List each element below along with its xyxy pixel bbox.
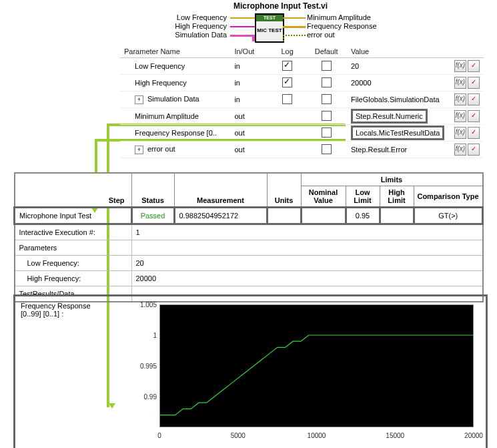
param-value[interactable]: Step.Result.Numeric bbox=[347, 108, 449, 125]
param-value[interactable]: Step.Result.Error bbox=[347, 142, 449, 158]
default-checkbox[interactable] bbox=[322, 111, 332, 121]
wire-line-freq-resp bbox=[283, 26, 306, 28]
results-header-units: Units bbox=[267, 173, 301, 208]
result-label: Low Frequency: bbox=[15, 256, 132, 271]
param-value-box[interactable]: Step.Result.Numeric bbox=[351, 109, 428, 124]
wire-line-min-amp bbox=[283, 17, 306, 19]
check-button[interactable]: ✓ bbox=[468, 60, 480, 72]
default-checkbox[interactable] bbox=[322, 61, 332, 71]
results-header-status: Status bbox=[131, 173, 174, 208]
chart-label: Frequency Response [0..99] [0..1] : bbox=[15, 299, 133, 446]
parameter-table: Parameter Name In/Out Log Default Value … bbox=[120, 45, 484, 158]
expand-icon[interactable]: + bbox=[135, 146, 143, 154]
param-header-default: Default bbox=[306, 45, 346, 58]
plot-grid bbox=[159, 304, 474, 427]
result-value: 20000 bbox=[131, 271, 483, 286]
wire-line-sim bbox=[230, 35, 255, 37]
wire-line-error-v bbox=[283, 35, 286, 41]
results-header-comp: Comparison Type bbox=[414, 186, 483, 208]
y-tick: 0.995 bbox=[133, 363, 157, 370]
default-checkbox[interactable] bbox=[322, 77, 332, 87]
result-label: Parameters bbox=[15, 240, 132, 256]
expand-icon[interactable]: + bbox=[135, 95, 143, 104]
param-name: Low Frequency bbox=[120, 58, 230, 75]
wire-left-0: Low Frequency bbox=[177, 13, 227, 21]
wire-line-low-freq bbox=[230, 17, 255, 19]
param-inout: out bbox=[230, 142, 268, 158]
chart-area: Frequency Response [0..99] [0..1] : 1.00… bbox=[13, 294, 488, 448]
param-name: +error out bbox=[120, 142, 230, 158]
step-high-limit bbox=[380, 208, 414, 224]
result-detail-row: Parameters bbox=[15, 240, 483, 256]
vi-title: Microphone Input Test.vi bbox=[233, 1, 328, 11]
fx-button[interactable]: f(x) bbox=[454, 127, 466, 139]
default-checkbox[interactable] bbox=[322, 94, 332, 104]
results-header-nom: Nominal Value bbox=[301, 186, 346, 208]
result-value: 20 bbox=[131, 256, 483, 271]
param-header-name: Parameter Name bbox=[120, 45, 230, 58]
step-status: Passed bbox=[131, 208, 174, 224]
results-step-row[interactable]: Microphone Input Test Passed 0.988250495… bbox=[15, 208, 483, 224]
wire-right-0: Minimum Amplitude bbox=[307, 13, 371, 21]
fx-button[interactable]: f(x) bbox=[454, 93, 466, 105]
param-value[interactable]: 20 bbox=[347, 58, 449, 75]
param-name: High Frequency bbox=[120, 75, 230, 91]
x-tick: 0 bbox=[157, 432, 161, 439]
test-icon-band: TEST bbox=[256, 15, 283, 21]
wire-left-2: Simulation Data bbox=[175, 31, 227, 39]
param-value[interactable]: Locals.MicTestResultData bbox=[347, 125, 449, 142]
param-row[interactable]: Low Frequencyin20f(x)✓ bbox=[120, 58, 484, 75]
check-button[interactable]: ✓ bbox=[468, 127, 480, 139]
param-row[interactable]: Frequency Response [0..outLocals.MicTest… bbox=[120, 125, 484, 142]
fx-button[interactable]: f(x) bbox=[454, 144, 466, 156]
param-inout: in bbox=[230, 58, 268, 75]
fx-button[interactable]: f(x) bbox=[454, 110, 466, 122]
results-header-step: Step bbox=[15, 173, 132, 208]
param-row[interactable]: +error outoutStep.Result.Errorf(x)✓ bbox=[120, 142, 484, 158]
test-icon-text: MIC TEST bbox=[256, 21, 283, 39]
results-header-high: High Limit bbox=[380, 186, 414, 208]
wire-line-sim-v bbox=[252, 35, 255, 41]
param-header-log: Log bbox=[269, 45, 306, 58]
default-checkbox[interactable] bbox=[322, 144, 332, 154]
result-value: 1 bbox=[131, 224, 483, 240]
wire-line-high-freq bbox=[230, 26, 255, 27]
chart-plot[interactable]: 1.00510.9950.99 05000100001500020000 bbox=[133, 299, 479, 446]
param-value[interactable]: 20000 bbox=[347, 75, 449, 91]
param-name: Minimum Amplitude bbox=[120, 108, 230, 125]
result-detail-row: Interactive Execution #:1 bbox=[15, 224, 483, 240]
y-tick: 1.005 bbox=[133, 301, 157, 308]
param-header-inout: In/Out bbox=[230, 45, 268, 58]
result-label: High Frequency: bbox=[15, 271, 132, 286]
step-units bbox=[267, 208, 301, 224]
param-name: +Simulation Data bbox=[120, 91, 230, 108]
log-checkbox[interactable] bbox=[282, 61, 292, 71]
result-detail-row: High Frequency:20000 bbox=[15, 271, 483, 286]
test-icon: TEST MIC TEST bbox=[255, 13, 284, 43]
param-row[interactable]: +Simulation DatainFileGlobals.Simulation… bbox=[120, 91, 484, 108]
param-row[interactable]: High Frequencyin20000f(x)✓ bbox=[120, 75, 484, 91]
param-inout: in bbox=[230, 91, 268, 108]
param-value[interactable]: FileGlobals.SimulationData bbox=[347, 91, 449, 108]
param-row[interactable]: Minimum AmplitudeoutStep.Result.Numericf… bbox=[120, 108, 484, 125]
step-low-limit: 0.95 bbox=[346, 208, 380, 224]
step-measurement: 0.9882504952172 bbox=[174, 208, 267, 224]
fx-button[interactable]: f(x) bbox=[454, 77, 466, 89]
results-header-low: Low Limit bbox=[346, 186, 380, 208]
param-inout: out bbox=[230, 125, 268, 142]
default-checkbox[interactable] bbox=[322, 128, 332, 138]
y-tick: 0.99 bbox=[133, 393, 157, 401]
wire-left-1: High Frequency bbox=[175, 22, 227, 30]
log-checkbox[interactable] bbox=[282, 94, 292, 104]
step-nominal bbox=[301, 208, 346, 224]
check-button[interactable]: ✓ bbox=[468, 93, 480, 105]
x-tick: 5000 bbox=[231, 432, 245, 439]
fx-button[interactable]: f(x) bbox=[454, 60, 466, 72]
param-value-box[interactable]: Locals.MicTestResultData bbox=[351, 126, 445, 140]
param-inout: out bbox=[230, 108, 268, 125]
check-button[interactable]: ✓ bbox=[468, 110, 480, 122]
results-table: Step Status Measurement Units Limits Nom… bbox=[13, 172, 484, 302]
check-button[interactable]: ✓ bbox=[468, 77, 480, 89]
check-button[interactable]: ✓ bbox=[468, 144, 480, 156]
log-checkbox[interactable] bbox=[282, 77, 292, 87]
